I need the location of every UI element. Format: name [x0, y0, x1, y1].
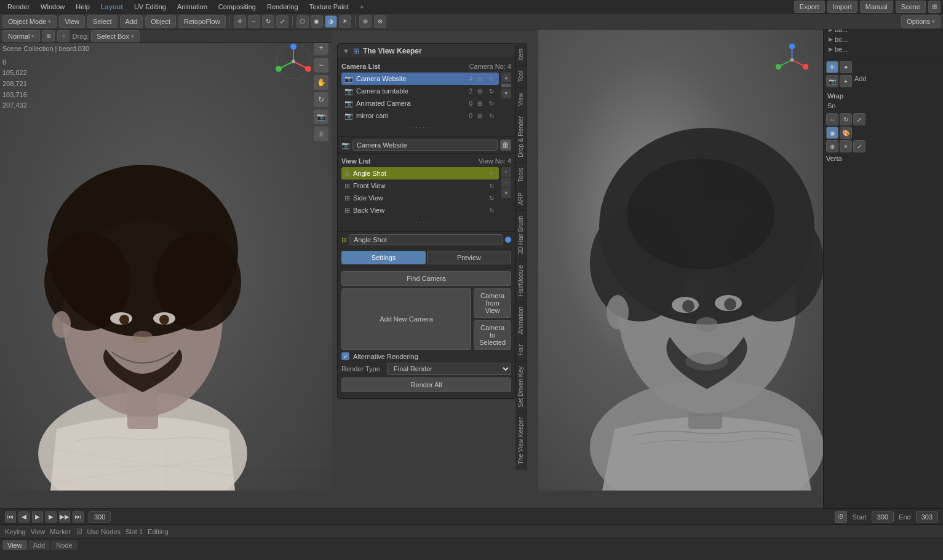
add-new-camera-btn[interactable]: Add New Camera [341, 288, 471, 350]
scene-btn[interactable]: Scene [896, 1, 926, 13]
start-frame[interactable]: 300 [872, 511, 894, 523]
viewport-left[interactable]: Perspective Scene Collection | beard.030… [0, 30, 332, 491]
cursor-icon[interactable]: ✛ [234, 15, 246, 28]
side-tab-item[interactable]: Item [515, 43, 526, 65]
hand-icon[interactable]: ✋ [314, 75, 328, 90]
camera-to-selected-btn[interactable]: Camera to Selected [474, 320, 511, 350]
proportional-icon[interactable]: ○ [57, 30, 70, 42]
color-tool-icon[interactable]: 🎨 [840, 127, 852, 139]
transform-icon[interactable]: ↔ [248, 15, 260, 28]
alt-render-checkbox[interactable]: ✓ [341, 352, 349, 360]
menu-animation[interactable]: Animation [172, 2, 212, 12]
play-btn[interactable]: ▶ [46, 511, 57, 523]
tool-icon-3[interactable]: ⊕ [826, 140, 838, 152]
material-icon[interactable]: ◑ [325, 15, 337, 28]
grid-icon[interactable]: # [314, 127, 328, 141]
object-mode-dropdown[interactable]: Object Mode ▾ [2, 15, 57, 28]
menu-plus[interactable]: + [355, 2, 368, 12]
retopo-plugin[interactable]: RetopoFlow [178, 15, 226, 28]
camera-grid-2[interactable]: ⊞ [475, 99, 484, 108]
export-btn[interactable]: Export [794, 1, 825, 13]
side-tab-view-keeper[interactable]: The View Keeper [515, 412, 526, 470]
menu-compositing[interactable]: Compositing [213, 2, 261, 12]
manual-btn[interactable]: Manual [860, 1, 893, 13]
viewport-gizmo[interactable] [274, 42, 314, 82]
next-frame-btn[interactable]: ▶▶ [59, 511, 70, 523]
view-refresh-3[interactable]: ↻ [487, 206, 496, 215]
view-scroll-arrow-down[interactable]: ▼ [501, 188, 511, 198]
active-view-input[interactable] [349, 234, 503, 245]
camera-item-3[interactable]: 📷 mirror cam 0 ⊞ ↻ [341, 109, 499, 122]
side-tab-3d-hair[interactable]: 3D Hair Brush [515, 210, 526, 259]
add-menu[interactable]: Add [120, 15, 143, 28]
menu-uv-editing[interactable]: UV Editing [129, 2, 171, 12]
object-menu[interactable]: Object [145, 15, 176, 28]
camera-item-1[interactable]: 📷 Camera turntable 2 ⊞ ↻ [341, 85, 499, 97]
viewport-right[interactable] [538, 30, 823, 491]
render-all-btn[interactable]: Render All [341, 377, 511, 392]
add-prop-icon[interactable]: + [840, 75, 852, 87]
particle-prop-icon[interactable]: ✦ [840, 61, 852, 73]
find-camera-btn[interactable]: Find Camera [341, 271, 511, 286]
select-menu[interactable]: Select [87, 15, 117, 28]
camera-grid-0[interactable]: ⊞ [475, 74, 484, 83]
camera-scroll-up[interactable]: ▲ [501, 73, 511, 82]
prev-btn[interactable]: ▶ [32, 511, 43, 523]
active-camera-input[interactable] [352, 140, 498, 151]
menu-rendering[interactable]: Rendering [262, 2, 303, 12]
menu-layout-active[interactable]: Layout [96, 2, 128, 12]
render-type-select[interactable]: Final Render [387, 363, 511, 375]
menu-window[interactable]: Window [36, 2, 70, 12]
select-box-dropdown[interactable]: Select Box ▾ [91, 30, 140, 42]
bottom-tab-add[interactable]: Add [28, 540, 50, 550]
rotate-tool-icon[interactable]: ↻ [840, 113, 852, 125]
render-prop-icon[interactable]: 📷 [826, 75, 838, 87]
options-btn[interactable]: Options ▾ [901, 15, 941, 28]
camera-scroll-down[interactable]: ▼ [501, 89, 511, 98]
solid-icon[interactable]: ◉ [311, 15, 323, 28]
camera-refresh-1[interactable]: ↻ [487, 87, 496, 95]
camera-item-0[interactable]: 📷 Camera Website 4 ⊞ ↻ [341, 73, 499, 85]
move-tool-icon[interactable]: ↔ [826, 113, 838, 125]
delete-camera-btn[interactable]: 🗑 [500, 140, 511, 151]
zoom-out-icon[interactable]: − [314, 58, 328, 73]
camera-grid-1[interactable]: ⊞ [475, 87, 484, 95]
menu-render[interactable]: Render [2, 2, 34, 12]
scene-item-4[interactable]: ▶ be... [826, 44, 941, 54]
view-scroll-up[interactable]: + [501, 167, 511, 177]
normal-dropdown[interactable]: Normal ▾ [2, 30, 40, 42]
camera-grid-3[interactable]: ⊞ [475, 111, 484, 120]
menu-help[interactable]: Help [71, 2, 95, 12]
bottom-tab-node[interactable]: Node [51, 540, 77, 550]
side-tab-set-driven[interactable]: Set Driven Key [515, 361, 526, 412]
camera-from-view-btn[interactable]: Camera from View [474, 288, 511, 318]
maximize-icon[interactable]: ⊞ [928, 1, 941, 13]
view-menu[interactable]: View [59, 15, 85, 28]
active-tool-icon[interactable]: ◉ [826, 127, 838, 139]
side-tab-view[interactable]: View [515, 87, 526, 111]
side-tab-tool[interactable]: Tool [515, 65, 526, 87]
side-tab-hairmodule[interactable]: HairModule [515, 259, 526, 301]
rotate-icon[interactable]: ↻ [262, 15, 274, 28]
side-tab-hair[interactable]: Hair [515, 339, 526, 360]
view-scroll-down[interactable]: − [501, 178, 511, 187]
gizmo-icon[interactable]: ⊗ [374, 15, 386, 28]
side-tab-drop-render[interactable]: Drop & Render [515, 111, 526, 162]
view-item-3[interactable]: ⊞ Back View ↻ [341, 204, 499, 216]
panel-collapse-arrow[interactable]: ▼ [343, 47, 349, 55]
current-frame-display[interactable]: 300 [89, 511, 111, 523]
side-tab-tools[interactable]: Tools [515, 162, 526, 187]
rendered-icon[interactable]: ☀ [339, 15, 351, 28]
skip-start-btn[interactable]: ⏮ [5, 511, 16, 523]
skip-end-btn[interactable]: ⏭ [73, 511, 84, 523]
scale-icon[interactable]: ⤢ [276, 15, 288, 28]
bottom-tab-view[interactable]: View [2, 540, 27, 550]
end-frame[interactable]: 303 [916, 511, 938, 523]
orbit-icon[interactable]: ↻ [314, 92, 328, 107]
view-refresh-2[interactable]: ↻ [487, 194, 496, 202]
preview-tab[interactable]: Preview [427, 251, 511, 264]
view-item-1[interactable]: ⊞ Front View ↻ [341, 179, 499, 192]
camera-nav-icon[interactable]: 📷 [314, 109, 328, 124]
use-nodes-checkbox[interactable]: ☑ [76, 527, 82, 535]
view-item-0[interactable]: ⊞ Angle Shot ↻ [341, 167, 499, 179]
